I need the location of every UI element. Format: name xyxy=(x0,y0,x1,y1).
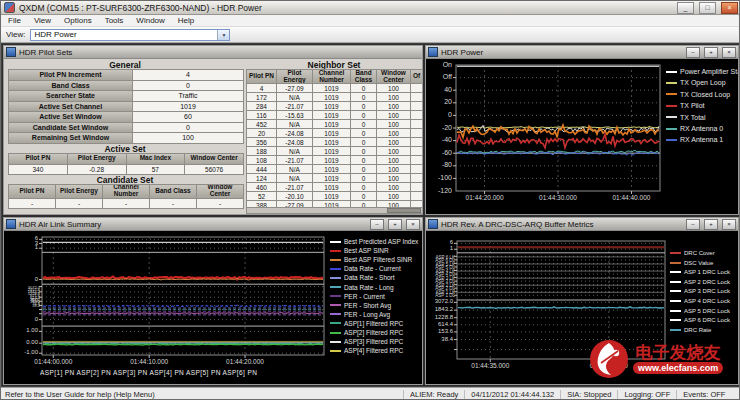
legend-best-predicted-asp-index: Best Predicted ASP Index xyxy=(330,238,418,245)
legend-label: DRC Cover xyxy=(684,250,715,256)
power-close-button[interactable]: × xyxy=(722,47,736,58)
menu-bar: FileViewOptionsToolsWindowHelp xyxy=(1,15,740,27)
menu-help[interactable]: Help xyxy=(178,16,194,25)
legend-swatch xyxy=(330,304,341,306)
legend-label: Best Predicted ASP Index xyxy=(344,238,418,245)
maximize-button[interactable]: □ xyxy=(699,2,716,14)
airlink-window-icon xyxy=(6,219,16,229)
airlink-minimize-button[interactable]: – xyxy=(370,219,384,230)
series-per-short-avg xyxy=(43,313,323,314)
legend-data-rate-long: Data Rate - Long xyxy=(330,284,394,291)
chevron-down-icon[interactable]: ▼ xyxy=(217,30,229,40)
airlink-titlebar[interactable]: HDR Air Link Summary – + × xyxy=(4,218,422,231)
pilot-sets-window-icon xyxy=(6,47,16,57)
watermark-brand: 电子发烧友 xyxy=(636,344,721,361)
power-maximize-button[interactable]: + xyxy=(704,47,718,58)
y-axis-label: -80 xyxy=(426,161,452,168)
legend-label: TX Total xyxy=(680,114,706,121)
drc-minimize-button[interactable]: – xyxy=(686,219,700,230)
pilot-sets-window: HDR Pilot Sets General Pilot PN Incremen… xyxy=(3,45,423,215)
airlink-chart: ASP[1] PN ASP[2] PN ASP[3] PN ASP[4] PN … xyxy=(4,231,422,384)
legend-label: ASP 1 DRC Lock xyxy=(684,269,730,275)
legend-best-asp-sinr: Best ASP SINR xyxy=(330,247,389,254)
legend-swatch xyxy=(330,241,341,243)
airlink-maximize-button[interactable]: + xyxy=(388,219,402,230)
menu-options[interactable]: Options xyxy=(64,16,92,25)
power-titlebar[interactable]: HDR Power – + × xyxy=(426,46,738,59)
airlink-close-button[interactable]: × xyxy=(406,219,420,230)
legend-per-short-avg: PER - Short Avg xyxy=(330,302,391,309)
power-minimize-button[interactable]: – xyxy=(686,47,700,58)
legend-asp-1-drc-lock: ASP 1 DRC Lock xyxy=(670,269,730,275)
legend-swatch xyxy=(330,350,341,352)
legend-swatch xyxy=(670,281,681,283)
menu-tools[interactable]: Tools xyxy=(105,16,124,25)
minimize-button[interactable]: _ xyxy=(677,2,694,14)
app-icon xyxy=(4,2,15,13)
legend-label: ASP[4] Filtered RPC xyxy=(344,347,403,354)
column-header: Channel Number xyxy=(102,184,150,199)
legend-swatch xyxy=(330,341,341,343)
legend-label: Data Rate - Current xyxy=(344,265,401,272)
drc-close-button[interactable]: × xyxy=(722,219,736,230)
scrollbar-thumb[interactable] xyxy=(387,208,421,213)
legend-swatch xyxy=(330,313,341,315)
table-cell: 57 xyxy=(126,164,186,175)
legend-swatch xyxy=(330,286,341,288)
series-data-rate-current xyxy=(43,305,323,307)
power-chart: OnOff40200-20-40-60-80-100-12001:44:20.0… xyxy=(426,59,738,214)
menu-file[interactable]: File xyxy=(8,16,21,25)
neighbor-horizontal-scrollbar[interactable] xyxy=(246,207,422,214)
legend-label: RX Antenna 1 xyxy=(680,136,723,143)
close-button[interactable]: × xyxy=(721,2,738,14)
y-axis-label: 1 xyxy=(426,245,453,251)
legend-label: Best ASP SINR xyxy=(344,247,389,254)
legend-asp-3-drc-lock: ASP 3 DRC Lock xyxy=(670,288,730,294)
legend-label: ASP 2 DRC Lock xyxy=(684,279,730,285)
candidate-set-table: Pilot PNPilot EnergyChannel NumberBand C… xyxy=(8,185,242,209)
legend-tx-open-loop: TX Open Loop xyxy=(666,79,726,86)
legend-swatch xyxy=(330,250,341,252)
y-axis-label: -60 xyxy=(426,149,452,156)
toolbar: View: HDR Power ▼ xyxy=(1,27,740,43)
menu-view[interactable]: View xyxy=(34,16,51,25)
legend-swatch xyxy=(330,268,341,270)
legend-drc-cover: DRC Cover xyxy=(670,250,715,256)
y-axis-label: 0 xyxy=(426,111,452,118)
legend-rx-antenna-0: RX Antenna 0 xyxy=(666,125,723,132)
active-set-table: Pilot PNPilot EnergyMac IndexWindow Cent… xyxy=(8,154,242,175)
x-axis-label: 01:44:10.000 xyxy=(119,358,179,365)
x-axis-label: 01:44:35.000 xyxy=(460,362,520,369)
legend-swatch xyxy=(666,139,677,141)
view-label: View: xyxy=(6,30,25,39)
table-cell: - xyxy=(149,198,197,209)
field-label: Remaining Set Window xyxy=(8,132,133,144)
y-axis-label: -1.00 xyxy=(12,349,38,355)
legend-swatch xyxy=(666,105,677,107)
y-axis-label: 1 xyxy=(12,244,38,250)
legend-label: TX Open Loop xyxy=(680,79,726,86)
legend-asp-2-drc-lock: ASP 2 DRC Lock xyxy=(670,279,730,285)
status-help-text: Refer to the User Guide for help (Help M… xyxy=(5,390,403,399)
pilot-sets-titlebar[interactable]: HDR Pilot Sets xyxy=(4,46,422,59)
view-combobox[interactable]: HDR Power ▼ xyxy=(30,29,230,41)
menu-window[interactable]: Window xyxy=(136,16,164,25)
title-bar[interactable]: QXDM (COM15 : PT-SURF6300-ZRF6300-NAND) … xyxy=(1,1,740,15)
y-axis-label: 20 xyxy=(426,98,452,105)
legend-data-rate-current: Data Rate - Current xyxy=(330,265,401,272)
legend-swatch xyxy=(666,82,677,84)
y-axis-label: Off xyxy=(426,73,452,80)
table-cell: - xyxy=(8,198,56,209)
drc-maximize-button[interactable]: + xyxy=(704,219,718,230)
elecfans-watermark: 电子发烧友 www.elecfans.com xyxy=(589,327,740,391)
series-drc-rate xyxy=(458,307,664,309)
legend-swatch xyxy=(670,310,681,312)
status-connection: ALIEM: Ready xyxy=(403,390,464,400)
column-header: Channel Number xyxy=(312,69,351,84)
drc-titlebar[interactable]: HDR Rev. A DRC-DSC-ARQ Buffer Metrics – … xyxy=(426,218,738,231)
column-header: Pilot PN xyxy=(8,184,56,199)
legend-asp-2-filtered-rpc: ASP[2] Filtered RPC xyxy=(330,329,403,336)
x-axis-label: 01:44:00.000 xyxy=(23,358,83,365)
legend-asp-5-drc-lock: ASP 5 DRC Lock xyxy=(670,308,730,314)
legend-per-long-avg: PER - Long Avg xyxy=(330,311,390,318)
